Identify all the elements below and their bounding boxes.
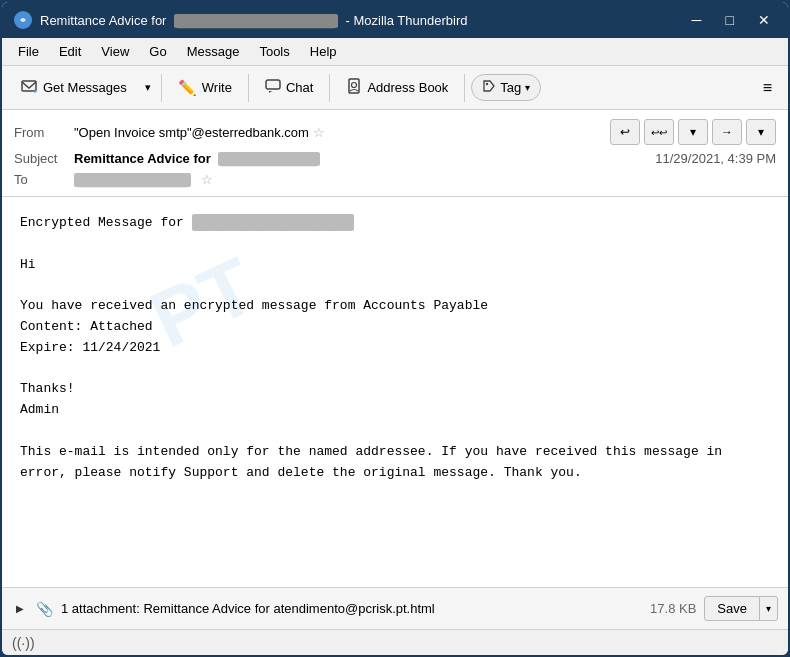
sign-off-line: Thanks!: [20, 379, 770, 400]
to-star-icon[interactable]: ☆: [201, 172, 213, 187]
body-line3: Expire: 11/24/2021: [20, 338, 770, 359]
window-controls: ─ □ ✕: [686, 10, 776, 30]
tag-button[interactable]: Tag ▾: [471, 74, 541, 101]
chat-label: Chat: [286, 80, 313, 95]
window-title: Remittance Advice for ██████████████████…: [40, 13, 467, 28]
address-book-icon: [346, 78, 362, 97]
write-button[interactable]: ✏️ Write: [168, 74, 242, 102]
minimize-button[interactable]: ─: [686, 10, 708, 30]
reply-all-button[interactable]: ↩↩: [644, 119, 674, 145]
disclaimer-text: This e-mail is intended only for the nam…: [20, 442, 770, 484]
maximize-button[interactable]: □: [720, 10, 740, 30]
save-dropdown-button[interactable]: ▾: [760, 599, 777, 618]
svg-point-5: [486, 83, 488, 85]
svg-rect-2: [266, 80, 280, 89]
forward-button[interactable]: →: [712, 119, 742, 145]
menu-tools[interactable]: Tools: [251, 41, 297, 62]
menu-go[interactable]: Go: [141, 41, 174, 62]
from-address: "Open Invoice smtp"@esterredbank.com: [74, 125, 309, 140]
tag-icon: [482, 79, 496, 96]
from-label: From: [14, 125, 74, 140]
title-text: Remittance Advice for: [40, 13, 166, 28]
toolbar-divider-1: [161, 74, 162, 102]
subject-value: Remittance Advice for ████████████: [74, 151, 655, 166]
toolbar-divider-3: [329, 74, 330, 102]
email-date: 11/29/2021, 4:39 PM: [655, 151, 776, 166]
greeting-line: Hi: [20, 255, 770, 276]
title-blurred: ████████████████████: [174, 14, 338, 28]
attachment-bar: ▶ 📎 1 attachment: Remittance Advice for …: [2, 587, 788, 629]
status-icon: ((·)): [12, 635, 35, 651]
save-button-group: Save ▾: [704, 596, 778, 621]
tag-label: Tag: [500, 80, 521, 95]
menu-bar: File Edit View Go Message Tools Help: [2, 38, 788, 66]
email-content-area: PT Encrypted Message for ███████████████…: [2, 197, 788, 629]
email-header: From "Open Invoice smtp"@esterredbank.co…: [2, 110, 788, 197]
address-book-button[interactable]: Address Book: [336, 73, 458, 102]
thunderbird-icon: [14, 11, 32, 29]
chat-button[interactable]: Chat: [255, 73, 323, 102]
to-row: To ██████████████ ☆: [14, 169, 776, 190]
svg-point-4: [352, 83, 357, 88]
status-bar: ((·)): [2, 629, 788, 655]
chat-icon: [265, 78, 281, 97]
menu-edit[interactable]: Edit: [51, 41, 89, 62]
from-value: "Open Invoice smtp"@esterredbank.com ☆: [74, 125, 610, 140]
tag-chevron-icon: ▾: [525, 82, 530, 93]
more-actions-button[interactable]: ▾: [746, 119, 776, 145]
close-button[interactable]: ✕: [752, 10, 776, 30]
title-bar-left: Remittance Advice for ██████████████████…: [14, 11, 467, 29]
to-label: To: [14, 172, 74, 187]
admin-line: Admin: [20, 400, 770, 421]
encrypted-label: Encrypted Message for: [20, 215, 184, 230]
menu-view[interactable]: View: [93, 41, 137, 62]
subject-prefix: Remittance Advice for: [74, 151, 211, 166]
address-book-label: Address Book: [367, 80, 448, 95]
body-line2: Content: Attached: [20, 317, 770, 338]
get-messages-dropdown[interactable]: ▾: [141, 76, 155, 99]
save-button[interactable]: Save: [705, 597, 760, 620]
subject-row: Subject Remittance Advice for ██████████…: [14, 148, 776, 169]
email-action-buttons: ↩ ↩↩ ▾ → ▾: [610, 119, 776, 145]
encrypted-message-line: Encrypted Message for ██████████████████…: [20, 213, 770, 234]
email-body: Encrypted Message for ██████████████████…: [2, 197, 788, 587]
menu-file[interactable]: File: [10, 41, 47, 62]
thunderbird-window: Remittance Advice for ██████████████████…: [0, 0, 790, 657]
from-star-icon[interactable]: ☆: [313, 125, 325, 140]
more-chevron-button[interactable]: ▾: [678, 119, 708, 145]
menu-message[interactable]: Message: [179, 41, 248, 62]
get-messages-label: Get Messages: [43, 80, 127, 95]
hamburger-menu-button[interactable]: ≡: [755, 74, 780, 102]
title-bar: Remittance Advice for ██████████████████…: [2, 2, 788, 38]
toolbar-divider-2: [248, 74, 249, 102]
get-messages-button[interactable]: Get Messages: [10, 72, 137, 103]
reply-button[interactable]: ↩: [610, 119, 640, 145]
to-value: ██████████████ ☆: [74, 172, 776, 187]
from-row: From "Open Invoice smtp"@esterredbank.co…: [14, 116, 776, 148]
title-suffix: - Mozilla Thunderbird: [346, 13, 468, 28]
get-messages-icon: [20, 77, 38, 98]
toolbar-divider-4: [464, 74, 465, 102]
hamburger-icon: ≡: [763, 79, 772, 96]
toolbar: Get Messages ▾ ✏️ Write Chat: [2, 66, 788, 110]
write-label: Write: [202, 80, 232, 95]
to-blurred: ██████████████: [74, 173, 191, 187]
write-icon: ✏️: [178, 79, 197, 97]
subject-label: Subject: [14, 151, 74, 166]
attachment-expand-icon[interactable]: ▶: [12, 601, 28, 616]
attachment-size: 17.8 KB: [650, 601, 696, 616]
attachment-text: 1 attachment: Remittance Advice for aten…: [61, 601, 642, 616]
svg-rect-1: [22, 81, 36, 91]
body-line1: You have received an encrypted message f…: [20, 296, 770, 317]
subject-blurred: ████████████: [218, 152, 320, 166]
attachment-clip-icon: 📎: [36, 601, 53, 617]
encrypted-email-blurred: ████████████████████: [192, 214, 354, 231]
menu-help[interactable]: Help: [302, 41, 345, 62]
